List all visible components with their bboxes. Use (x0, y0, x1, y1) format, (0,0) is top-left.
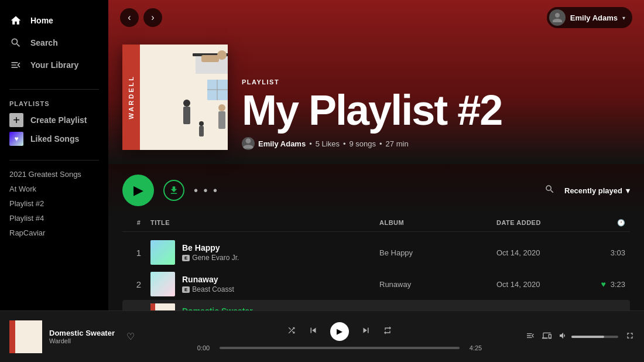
sidebar-item-search[interactable]: Search (0, 32, 108, 54)
song-title-area: Be Happy E Gene Evaro Jr. (182, 243, 239, 262)
search-icon (9, 36, 22, 49)
liked-songs-label: Liked Songs (30, 134, 79, 144)
sidebar-item-playlist4[interactable]: Playlist #4 (9, 211, 99, 225)
sidebar-item-atwork[interactable]: At Work (9, 182, 99, 196)
song-title-area: Runaway E Beast Coasst (182, 275, 234, 293)
sidebar-item-2021[interactable]: 2021 Greatest Songs (9, 168, 99, 181)
volume-fill (571, 336, 604, 338)
player-controls: ▶ 0:00 4:25 (173, 322, 506, 351)
sort-selector[interactable]: Recently played ▾ (564, 186, 630, 195)
col-num: # (127, 219, 150, 227)
svg-rect-10 (218, 111, 225, 129)
user-name: Emily Adams (570, 13, 618, 22)
album-content (140, 45, 228, 150)
sidebar-library-label: Your Library (30, 60, 78, 70)
song-info: Domestic Sweater E Wardell (150, 303, 379, 310)
total-time: 4:25 (465, 344, 486, 351)
album-side-label: WARDELL (122, 45, 140, 150)
hero-info: PLAYLIST My Playlist #2 Emily Adams • 5 … (242, 78, 502, 150)
sidebar-nav: Home Search Your Library (0, 5, 108, 86)
hero-meta: Emily Adams • 5 Likes • 9 songs • 27 min (242, 137, 502, 150)
playlist-list: 2021 Greatest Songs At Work Playlist #2 … (0, 165, 108, 242)
fullscreen-button[interactable] (625, 331, 635, 342)
forward-button[interactable]: › (143, 8, 162, 27)
playlists-label: PLAYLISTS (9, 100, 99, 107)
table-row[interactable]: 3 ▶ Domestic Sweater E (122, 300, 630, 310)
sidebar-item-rapcaviar[interactable]: RapCaviar (9, 226, 99, 240)
queue-button[interactable] (526, 331, 535, 342)
table-row[interactable]: 2 ▶ Runaway E Beast Coasst Run (122, 268, 630, 300)
sort-label: Recently played (564, 186, 622, 195)
play-pause-button[interactable]: ▶ (330, 322, 349, 341)
liked-songs-button[interactable]: ♥ Liked Songs (9, 132, 99, 146)
plus-icon: + (9, 113, 23, 127)
download-button[interactable] (163, 180, 184, 201)
avatar (549, 9, 566, 26)
playlist-art: WARDELL (122, 45, 228, 150)
sidebar-item-library[interactable]: Your Library (0, 54, 108, 76)
player-bar: Domestic Sweater Wardell ♡ ▶ (0, 310, 644, 362)
player-thumbnail (9, 320, 42, 353)
now-playing: Domestic Sweater Wardell ♡ (9, 320, 173, 353)
progress-bar[interactable] (220, 347, 460, 349)
sort-chevron-icon: ▾ (626, 186, 630, 195)
table-row[interactable]: 1 ▶ Be Happy E Gene Evaro Jr. (122, 237, 630, 268)
volume-button[interactable] (559, 331, 568, 342)
song-artist: E Gene Evaro Jr. (182, 254, 239, 262)
col-title: TITLE (150, 219, 379, 227)
song-num: 2 (136, 279, 141, 289)
song-thumbnail (150, 303, 175, 310)
svg-rect-5 (183, 107, 190, 124)
player-like-button[interactable]: ♡ (126, 331, 135, 342)
sidebar-search-label: Search (30, 38, 58, 47)
svg-point-9 (218, 104, 225, 111)
current-time: 0:00 (193, 344, 214, 351)
song-duration: 3:23 (611, 280, 625, 289)
back-button[interactable]: ‹ (120, 8, 139, 27)
shuffle-button[interactable] (287, 326, 296, 337)
song-album: Be Happy (379, 248, 496, 257)
previous-button[interactable] (308, 325, 318, 338)
main-content: ‹ › Emily Adams ▾ WARDELL (108, 0, 644, 310)
volume-bar[interactable] (571, 336, 618, 338)
hero-type: PLAYLIST (242, 78, 502, 86)
hero-title: My Playlist #2 (242, 89, 502, 131)
song-title: Runaway (182, 275, 234, 284)
library-icon (9, 59, 22, 71)
more-options-button[interactable]: • • • (194, 184, 218, 197)
table-header: # TITLE ALBUM DATE ADDED 🕐 (122, 217, 630, 232)
song-info: Runaway E Beast Coasst (150, 272, 379, 296)
heart-icon: ♥ (9, 132, 23, 146)
play-button[interactable]: ▶ (122, 175, 154, 206)
hero-user-name: Emily Adams (258, 139, 306, 148)
nav-buttons: ‹ › (120, 8, 162, 27)
hero-likes: 5 Likes (316, 139, 340, 148)
hero-duration: 27 min (386, 139, 409, 148)
hero-songs: 9 songs (350, 139, 376, 148)
song-duration-area: ♡ 3:03 (590, 248, 625, 257)
song-thumbnail (150, 240, 175, 265)
song-thumbnail (150, 272, 175, 296)
song-title: Be Happy (182, 243, 239, 252)
explicit-icon: E (182, 255, 190, 261)
svg-point-11 (199, 121, 204, 126)
repeat-button[interactable] (383, 326, 392, 337)
album-side-text: WARDELL (128, 75, 135, 119)
search-songs-button[interactable] (544, 184, 555, 197)
song-title: Domestic Sweater (182, 306, 253, 310)
sidebar-item-playlist2[interactable]: Playlist #2 (9, 197, 99, 210)
song-title-area: Domestic Sweater E Wardell (182, 306, 253, 310)
next-button[interactable] (361, 325, 371, 338)
devices-button[interactable] (542, 331, 551, 342)
song-artist: E Beast Coasst (182, 285, 234, 293)
svg-rect-3 (201, 55, 219, 62)
liked-icon[interactable]: ♥ (601, 279, 605, 289)
create-playlist-button[interactable]: + Create Playlist (9, 113, 99, 127)
song-list: # TITLE ALBUM DATE ADDED 🕐 1 ▶ Be (108, 217, 644, 310)
sidebar-home-label: Home (30, 16, 53, 25)
sidebar-item-home[interactable]: Home (0, 9, 108, 32)
song-date: Oct 14, 2020 (496, 280, 590, 289)
player-song-info: Domestic Sweater Wardell (49, 329, 115, 344)
user-profile[interactable]: Emily Adams ▾ (547, 7, 632, 28)
svg-rect-12 (199, 126, 204, 136)
